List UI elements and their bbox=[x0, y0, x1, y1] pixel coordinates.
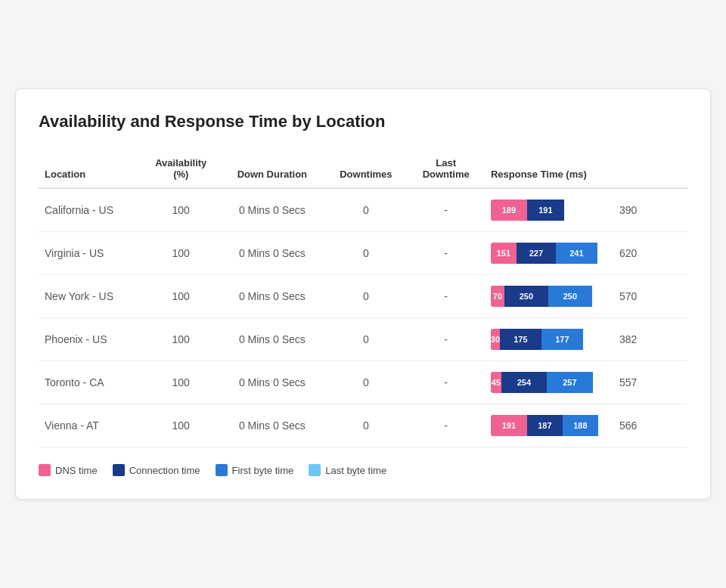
bar-total: 620 bbox=[619, 247, 637, 259]
bar-first-byte: 241 bbox=[556, 243, 597, 264]
cell-location: Phoenix - US bbox=[39, 318, 142, 361]
cell-downtimes: 0 bbox=[324, 404, 407, 447]
cell-down-duration: 0 Mins 0 Secs bbox=[219, 361, 324, 404]
cell-last-downtime: - bbox=[408, 188, 485, 232]
table-row: Toronto - CA1000 Mins 0 Secs0-4525425755… bbox=[39, 361, 687, 404]
bar-connection: 254 bbox=[501, 372, 547, 393]
cell-downtimes: 0 bbox=[324, 361, 407, 404]
cell-last-downtime: - bbox=[408, 318, 485, 361]
bar-dns: 30 bbox=[491, 329, 500, 350]
legend-first-label: First byte time bbox=[232, 465, 294, 476]
table-row: Virginia - US1000 Mins 0 Secs0-151227241… bbox=[39, 232, 687, 275]
cell-availability: 100 bbox=[142, 232, 219, 275]
table-row: Phoenix - US1000 Mins 0 Secs0-3017517738… bbox=[39, 318, 687, 361]
bar-dns: 45 bbox=[491, 372, 501, 393]
cell-down-duration: 0 Mins 0 Secs bbox=[219, 275, 324, 318]
bar-connection: 250 bbox=[504, 286, 548, 307]
table-row: California - US1000 Mins 0 Secs0-1891913… bbox=[39, 188, 687, 232]
cell-response-time: 151227241620 bbox=[485, 232, 687, 275]
cell-response-time: 30175177382 bbox=[485, 318, 687, 361]
legend-conn-box bbox=[113, 464, 125, 476]
table-row: Vienna - AT1000 Mins 0 Secs0-19118718856… bbox=[39, 404, 687, 447]
legend-last: Last byte time bbox=[309, 464, 386, 476]
bar-dns: 191 bbox=[491, 415, 527, 436]
data-table: Location Availability (%) Down Duration … bbox=[39, 150, 687, 447]
cell-location: California - US bbox=[39, 188, 142, 232]
legend-first-box bbox=[216, 464, 228, 476]
cell-last-downtime: - bbox=[408, 361, 485, 404]
table-row: New York - US1000 Mins 0 Secs0-702502505… bbox=[39, 275, 687, 318]
cell-downtimes: 0 bbox=[324, 188, 407, 232]
legend-last-box bbox=[309, 464, 321, 476]
cell-down-duration: 0 Mins 0 Secs bbox=[219, 318, 324, 361]
cell-availability: 100 bbox=[142, 275, 219, 318]
legend: DNS time Connection time First byte time… bbox=[39, 464, 687, 476]
cell-downtimes: 0 bbox=[324, 275, 407, 318]
bar-connection: 191 bbox=[527, 200, 564, 221]
cell-location: Vienna - AT bbox=[39, 404, 142, 447]
bar-dns: 70 bbox=[491, 286, 504, 307]
bar-connection: 175 bbox=[500, 329, 541, 350]
bar-first-byte: 177 bbox=[541, 329, 583, 350]
legend-conn-label: Connection time bbox=[129, 465, 200, 476]
legend-last-label: Last byte time bbox=[325, 465, 386, 476]
cell-availability: 100 bbox=[142, 361, 219, 404]
bar-dns: 189 bbox=[491, 200, 527, 221]
cell-last-downtime: - bbox=[408, 404, 485, 447]
col-availability: Availability (%) bbox=[142, 150, 219, 188]
cell-downtimes: 0 bbox=[324, 232, 407, 275]
col-downtimes: Downtimes bbox=[324, 150, 407, 188]
col-response-time: Response Time (ms) bbox=[485, 150, 687, 188]
cell-location: Virginia - US bbox=[39, 232, 142, 275]
cell-availability: 100 bbox=[142, 318, 219, 361]
cell-response-time: 191187188566 bbox=[485, 404, 687, 447]
bar-connection: 227 bbox=[517, 243, 556, 264]
bar-total: 570 bbox=[619, 290, 637, 302]
cell-availability: 100 bbox=[142, 404, 219, 447]
col-down-duration: Down Duration bbox=[219, 150, 324, 188]
bar-first-byte: 250 bbox=[548, 286, 592, 307]
bar-dns: 151 bbox=[491, 243, 517, 264]
bar-first-byte: 188 bbox=[563, 415, 598, 436]
bar-total: 382 bbox=[619, 333, 637, 345]
cell-down-duration: 0 Mins 0 Secs bbox=[219, 188, 324, 232]
col-last-downtime: Last Downtime bbox=[408, 150, 485, 188]
cell-location: New York - US bbox=[39, 275, 142, 318]
bar-first-byte: 257 bbox=[547, 372, 593, 393]
cell-down-duration: 0 Mins 0 Secs bbox=[219, 404, 324, 447]
bar-connection: 187 bbox=[527, 415, 563, 436]
cell-response-time: 189191390 bbox=[485, 188, 687, 232]
col-location: Location bbox=[39, 150, 142, 188]
cell-availability: 100 bbox=[142, 188, 219, 232]
cell-response-time: 70250250570 bbox=[485, 275, 687, 318]
main-card: Availability and Response Time by Locati… bbox=[15, 88, 711, 500]
legend-dns-label: DNS time bbox=[55, 465, 98, 476]
bar-total: 566 bbox=[619, 419, 637, 432]
legend-dns: DNS time bbox=[39, 464, 98, 476]
bar-total: 557 bbox=[619, 376, 637, 388]
legend-conn: Connection time bbox=[113, 464, 200, 476]
legend-first: First byte time bbox=[216, 464, 294, 476]
cell-downtimes: 0 bbox=[324, 318, 407, 361]
cell-last-downtime: - bbox=[408, 232, 485, 275]
legend-dns-box bbox=[39, 464, 51, 476]
cell-response-time: 45254257557 bbox=[485, 361, 687, 404]
bar-total: 390 bbox=[619, 204, 637, 216]
page-title: Availability and Response Time by Locati… bbox=[39, 112, 687, 132]
cell-last-downtime: - bbox=[408, 275, 485, 318]
cell-location: Toronto - CA bbox=[39, 361, 142, 404]
cell-down-duration: 0 Mins 0 Secs bbox=[219, 232, 324, 275]
